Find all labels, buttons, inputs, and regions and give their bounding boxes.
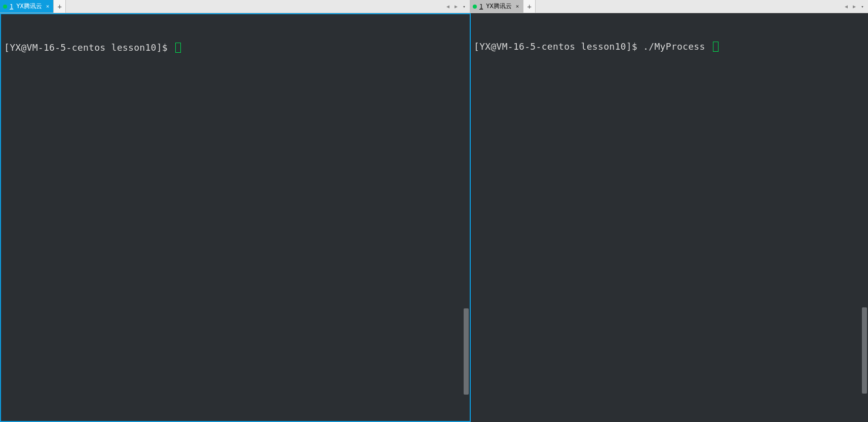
- tab-prev-icon[interactable]: ◀: [444, 3, 451, 10]
- tab-prev-icon[interactable]: ◀: [843, 3, 850, 10]
- terminal-content-right: [YX@VM-16-5-centos lesson10]$ ./MyProces…: [471, 13, 868, 80]
- prompt-line-right: [YX@VM-16-5-centos lesson10]$ ./MyProces…: [474, 41, 865, 53]
- tab-next-icon[interactable]: ▶: [851, 3, 858, 10]
- add-tab-button-right[interactable]: +: [523, 0, 536, 13]
- status-dot-icon: [3, 5, 7, 9]
- shell-prompt: [YX@VM-16-5-centos lesson10]$: [474, 41, 643, 53]
- tab-nav-controls-left: ◀ ▶ ▾: [442, 0, 470, 13]
- tab-index: 1: [479, 3, 483, 10]
- tab-list-dropdown-icon[interactable]: ▾: [859, 3, 866, 10]
- tab-bar-right: 1 YX腾讯云 × + ◀ ▶ ▾: [470, 0, 868, 13]
- tab-title: YX腾讯云: [486, 2, 511, 11]
- terminal-content-left: [YX@VM-16-5-centos lesson10]$: [1, 14, 470, 81]
- plus-icon: +: [58, 3, 62, 11]
- plus-icon: +: [527, 3, 532, 11]
- shell-command: ./MyProcess: [643, 41, 711, 53]
- tab-next-icon[interactable]: ▶: [452, 3, 460, 10]
- tab-index: 1: [10, 3, 14, 10]
- shell-prompt: [YX@VM-16-5-centos lesson10]$: [4, 42, 173, 54]
- close-icon[interactable]: ×: [516, 3, 519, 10]
- tab-session-1-right[interactable]: 1 YX腾讯云 ×: [470, 0, 523, 13]
- tab-session-1-left[interactable]: 1 YX腾讯云 ×: [0, 0, 54, 13]
- tab-list-dropdown-icon[interactable]: ▾: [461, 3, 468, 10]
- terminal-area-right[interactable]: [YX@VM-16-5-centos lesson10]$ ./MyProces…: [470, 13, 868, 422]
- add-tab-button-left[interactable]: +: [54, 0, 66, 13]
- status-dot-icon: [473, 5, 477, 9]
- cursor-icon: [713, 42, 719, 52]
- terminal-area-left[interactable]: [YX@VM-16-5-centos lesson10]$: [0, 13, 470, 422]
- tab-title: YX腾讯云: [16, 2, 42, 11]
- tab-nav-controls-right: ◀ ▶ ▾: [841, 0, 868, 13]
- terminal-pane-left: 1 YX腾讯云 × + ◀ ▶ ▾ [YX@VM-16-5-centos les…: [0, 0, 470, 422]
- close-icon[interactable]: ×: [46, 3, 50, 10]
- cursor-icon: [175, 43, 181, 53]
- terminal-pane-right: 1 YX腾讯云 × + ◀ ▶ ▾ [YX@VM-16-5-centos les…: [470, 0, 868, 422]
- tab-bar-left: 1 YX腾讯云 × + ◀ ▶ ▾: [0, 0, 470, 13]
- scrollbar-thumb-left[interactable]: [464, 308, 469, 395]
- prompt-line-left: [YX@VM-16-5-centos lesson10]$: [4, 42, 467, 54]
- scrollbar-thumb-right[interactable]: [862, 307, 867, 394]
